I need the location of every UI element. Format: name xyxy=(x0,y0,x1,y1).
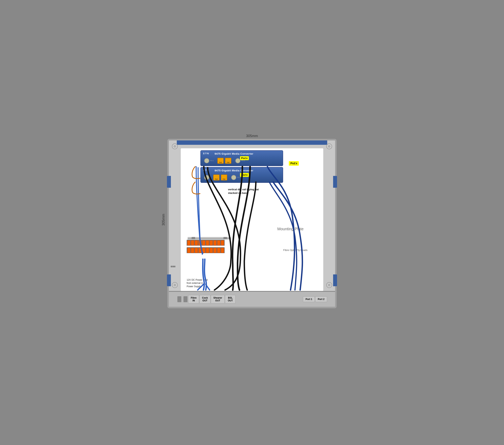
terminal-area xyxy=(187,237,232,253)
fo1-label: FO 1 xyxy=(210,160,214,162)
fo-port-2 xyxy=(235,158,240,163)
converter-1-brand: E·T·N xyxy=(203,152,209,155)
terminal-cell xyxy=(214,240,216,245)
bracket-right-top xyxy=(333,176,337,188)
terminal-cell xyxy=(187,240,190,245)
diagram-container: 305mm 305mm E·T·N xyxy=(163,134,341,311)
fibre-optic-label: Fibre Optic Fly Leads xyxy=(283,249,307,252)
terminal-cell xyxy=(191,248,194,253)
poex-badge-external: PoEx xyxy=(289,161,299,166)
bracket-left-bottom xyxy=(167,274,171,286)
poex-badge-1: PoEx xyxy=(240,156,249,160)
bolt-bottom-left xyxy=(172,282,178,288)
fo-port-4 xyxy=(231,175,236,180)
terminal-cell xyxy=(198,240,202,245)
top-bar xyxy=(177,140,327,145)
terminal-cell xyxy=(221,240,224,245)
side-dimension-label: 305mm xyxy=(162,214,165,225)
port-tab-shearer-out: ShearerOUT xyxy=(211,295,225,304)
bolt-top-left xyxy=(172,143,178,149)
rj45-port-3 xyxy=(213,175,219,181)
terminal-cell xyxy=(210,248,213,253)
terminal-cell xyxy=(191,240,194,245)
terminal-cell xyxy=(195,240,198,245)
converter-1: E·T·N 9475 Gigabit Media Converter FO 1 … xyxy=(200,150,283,166)
top-dimension-label: 305mm xyxy=(163,134,341,138)
port-tab-port1: Port 1 xyxy=(303,296,315,302)
port-tab-port2: Port 2 xyxy=(315,296,327,302)
cable-connector-1 xyxy=(177,296,181,302)
screwdriver-slot xyxy=(170,266,175,267)
terminal-block-top xyxy=(187,240,225,246)
rj45-port-4 xyxy=(221,175,227,181)
din-rail xyxy=(188,237,231,239)
bracket-right-bottom xyxy=(333,274,337,286)
mounting-plate-label: Mounting Plate xyxy=(277,227,304,231)
power-annotation: 12V DC Power feedfrom external U.S.Power… xyxy=(187,278,208,288)
rj45-port-1 xyxy=(217,158,224,164)
bolt-bottom-right xyxy=(326,282,332,288)
outer-enclosure: E·T·N 9475 Gigabit Media Converter FO 1 … xyxy=(167,139,337,308)
port-tab-bsl-out: BSLOUT xyxy=(225,295,236,304)
terminal-cell xyxy=(214,248,216,253)
dinrail-annotation: vertical din rail laying flatstacked on … xyxy=(228,188,259,195)
terminal-cell xyxy=(202,240,205,245)
terminal-cell xyxy=(187,248,190,253)
port-tab-fibre-in: FibreIN xyxy=(188,295,199,304)
terminal-cell xyxy=(206,248,209,253)
converter-1-model: 9475 Gigabit Media Converter xyxy=(215,152,253,155)
converter-2: E·T·N 9475 Gigabit Media Converter FO 2 … xyxy=(200,167,283,183)
fo-port-3 xyxy=(204,175,209,180)
bracket-left-top xyxy=(167,176,171,188)
cable-connector-2 xyxy=(183,296,187,302)
terminal-cell xyxy=(202,248,205,253)
bolt-top-right xyxy=(326,143,332,149)
poex-badge-2: PoEx xyxy=(240,173,249,177)
terminal-cell xyxy=(198,248,202,253)
terminal-cell xyxy=(221,248,224,253)
terminal-cell xyxy=(217,248,220,253)
terminal-block-bottom xyxy=(187,247,225,253)
terminal-cell xyxy=(195,248,198,253)
rj45-port-2 xyxy=(225,158,231,164)
bottom-ports-bar: FibreIN CockOUT ShearerOUT BSLOUT Port 1… xyxy=(169,291,335,307)
terminal-cell xyxy=(210,240,213,245)
terminal-cell xyxy=(217,240,220,245)
fo2b-label: FO 2 xyxy=(237,177,241,178)
terminal-cell xyxy=(206,240,209,245)
converter-2-brand: E·T·N xyxy=(203,169,209,171)
fo-port-1 xyxy=(204,158,209,163)
converter-2-model: 9475 Gigabit Media Converter xyxy=(215,169,253,172)
port-tab-cock-out: CockOUT xyxy=(199,295,211,304)
converters-area: E·T·N 9475 Gigabit Media Converter FO 1 … xyxy=(200,150,283,184)
mounting-plate: E·T·N 9475 Gigabit Media Converter FO 1 … xyxy=(181,148,323,291)
